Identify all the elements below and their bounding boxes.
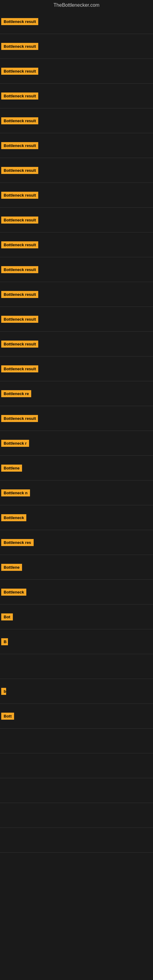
bottleneck-badge[interactable]: Bottleneck (1, 589, 26, 596)
list-item: b (0, 679, 153, 703)
bottleneck-badge[interactable]: Bottleneck result (1, 117, 38, 124)
bottleneck-badge[interactable]: Bot (1, 613, 13, 620)
list-item (0, 853, 153, 877)
bottleneck-badge[interactable]: Bottleneck result (1, 142, 38, 149)
bottleneck-badge[interactable]: Bottleneck n (1, 489, 30, 496)
list-item: Bottleneck result (0, 9, 153, 34)
list-item: Bottleneck res (0, 530, 153, 555)
bottleneck-badge[interactable]: Bottleneck result (1, 192, 38, 199)
list-item: Bottleneck result (0, 208, 153, 232)
bottleneck-badge[interactable]: Bottleneck result (1, 415, 38, 422)
list-item: Bottlene (0, 555, 153, 579)
bottleneck-badge[interactable]: Bottleneck result (1, 241, 38, 248)
list-item: Bottleneck result (0, 133, 153, 158)
list-item: B (0, 629, 153, 654)
list-item: Bottlene (0, 456, 153, 480)
list-item: Bottleneck result (0, 108, 153, 133)
bottleneck-badge[interactable]: Bottleneck result (1, 92, 38, 100)
list-item: Bottleneck result (0, 282, 153, 307)
list-item (0, 729, 153, 753)
bottleneck-badge[interactable]: Bottleneck result (1, 291, 38, 298)
bottleneck-badge[interactable]: Bottleneck result (1, 316, 38, 323)
bottleneck-badge[interactable]: Bottleneck result (1, 43, 38, 50)
list-item (0, 753, 153, 778)
bottleneck-badge[interactable]: b (1, 688, 6, 695)
list-item: Bottleneck result (0, 307, 153, 331)
list-item: Bottleneck r (0, 431, 153, 455)
list-item: Bottleneck result (0, 84, 153, 108)
list-item: Bottleneck result (0, 158, 153, 183)
bottleneck-badge[interactable]: Bottleneck r (1, 440, 29, 447)
list-item (0, 654, 153, 679)
list-item: Bottleneck result (0, 34, 153, 59)
bottleneck-badge[interactable]: Bottleneck (1, 514, 26, 521)
bottleneck-badge[interactable]: Bottlene (1, 465, 22, 472)
list-item (0, 803, 153, 827)
list-item: Bottleneck result (0, 356, 153, 381)
list-item: Bottleneck (0, 580, 153, 604)
bottleneck-badge[interactable]: Bottleneck result (1, 18, 38, 25)
list-item: Bott (0, 704, 153, 728)
list-item (0, 778, 153, 803)
list-item (0, 828, 153, 852)
bottleneck-badge[interactable]: Bottleneck result (1, 167, 38, 174)
bottleneck-badge[interactable]: Bottleneck result (1, 340, 38, 348)
list-item: Bottleneck result (0, 183, 153, 207)
bottleneck-badge[interactable]: Bottleneck res (1, 539, 33, 546)
list-item: Bottleneck n (0, 480, 153, 505)
list-item: Bottleneck result (0, 332, 153, 356)
bottleneck-badge[interactable]: Bottleneck result (1, 365, 38, 372)
bottleneck-badge[interactable]: Bottleneck result (1, 68, 38, 75)
bottleneck-badge[interactable]: Bottlene (1, 564, 22, 571)
bottleneck-badge[interactable]: Bottleneck result (1, 216, 38, 224)
list-item: Bot (0, 605, 153, 629)
list-item: Bottleneck re (0, 381, 153, 406)
list-item: Bottleneck result (0, 59, 153, 83)
list-item: Bottleneck result (0, 232, 153, 257)
bottleneck-badge[interactable]: Bottleneck re (1, 390, 31, 397)
bottleneck-badge[interactable]: Bottleneck result (1, 266, 38, 273)
list-item: Bottleneck (0, 505, 153, 530)
list-item: Bottleneck result (0, 257, 153, 282)
bottleneck-badge[interactable]: B (1, 638, 8, 645)
bottleneck-badge[interactable]: Bott (1, 713, 14, 720)
list-item: Bottleneck result (0, 406, 153, 431)
site-title: TheBottlenecker.com (0, 0, 153, 9)
